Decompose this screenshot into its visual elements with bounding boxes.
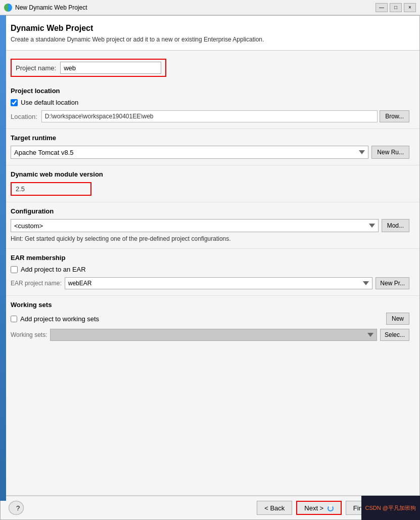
project-name-box: Project name: xyxy=(11,59,166,77)
working-sets-section: Working sets Add project to working sets… xyxy=(1,295,419,347)
select-working-sets-button[interactable]: Selec... xyxy=(380,329,409,341)
csdn-text: CSDN @平凡加班狗 xyxy=(365,504,416,512)
new-working-set-button[interactable]: New xyxy=(386,313,409,325)
working-sets-label: Working sets: xyxy=(11,331,47,338)
dialog: Dynamic Web Project Create a standalone … xyxy=(0,15,420,520)
ear-membership-section: EAR membership Add project to an EAR EAR… xyxy=(1,248,419,295)
app-icon xyxy=(4,4,12,12)
window-controls: — □ × xyxy=(376,3,416,12)
help-button[interactable]: ? xyxy=(9,501,24,515)
configuration-title: Configuration xyxy=(11,207,409,215)
loading-icon xyxy=(328,505,334,511)
project-name-label: Project name: xyxy=(16,64,56,72)
csdn-watermark: CSDN @平凡加班狗 xyxy=(361,496,420,520)
new-runtime-button[interactable]: New Ru... xyxy=(371,146,409,159)
ear-name-label: EAR project name: xyxy=(11,280,62,287)
modify-button[interactable]: Mod... xyxy=(382,219,409,232)
side-strip xyxy=(0,15,6,501)
ear-name-select[interactable]: webEAR xyxy=(65,277,373,289)
use-default-location-label[interactable]: Use default location xyxy=(21,99,78,106)
add-to-working-sets-label[interactable]: Add project to working sets xyxy=(20,315,99,323)
next-label: Next > xyxy=(304,504,323,512)
module-version-section: Dynamic web module version 2.5 xyxy=(1,165,419,202)
dialog-title: Dynamic Web Project xyxy=(11,24,409,33)
location-input[interactable] xyxy=(41,110,378,122)
location-row: Location: Brow... xyxy=(11,110,409,122)
project-location-section: Project location Use default location Lo… xyxy=(1,82,419,128)
module-version-title: Dynamic web module version xyxy=(11,170,409,178)
target-runtime-row: Apache Tomcat v8.5 New Ru... xyxy=(11,146,409,159)
dialog-description: Create a standalone Dynamic Web project … xyxy=(11,36,409,43)
title-bar-text: New Dynamic Web Project xyxy=(15,4,376,11)
target-runtime-title: Target runtime xyxy=(11,134,409,142)
configuration-row: <custom> Mod... xyxy=(11,219,409,232)
add-to-ear-row: Add project to an EAR xyxy=(11,266,409,273)
working-sets-select[interactable] xyxy=(50,329,377,341)
ear-name-row: EAR project name: webEAR New Pr... xyxy=(11,277,409,289)
use-default-location-row: Use default location xyxy=(11,99,409,106)
maximize-button[interactable]: □ xyxy=(390,3,402,12)
add-to-working-sets-checkbox[interactable] xyxy=(11,316,17,322)
use-default-location-checkbox[interactable] xyxy=(11,99,18,106)
add-to-ear-label[interactable]: Add project to an EAR xyxy=(21,266,86,273)
browse-button[interactable]: Brow... xyxy=(380,110,409,122)
dialog-header: Dynamic Web Project Create a standalone … xyxy=(1,16,419,51)
hint-text: Hint: Get started quickly by selecting o… xyxy=(11,235,409,242)
title-bar: New Dynamic Web Project — □ × xyxy=(0,0,420,15)
minimize-button[interactable]: — xyxy=(376,3,388,12)
new-project-button[interactable]: New Pr... xyxy=(376,277,409,289)
back-button[interactable]: < Back xyxy=(257,501,292,515)
project-name-input[interactable] xyxy=(60,62,161,74)
version-box: 2.5 xyxy=(11,182,91,196)
location-label: Location: xyxy=(11,113,37,120)
add-to-ear-checkbox[interactable] xyxy=(11,266,18,273)
configuration-select[interactable]: <custom> xyxy=(11,219,379,232)
working-sets-checkbox-row: Add project to working sets New xyxy=(11,313,409,325)
ear-membership-title: EAR membership xyxy=(11,254,409,262)
target-runtime-select[interactable]: Apache Tomcat v8.5 xyxy=(11,146,368,159)
next-button[interactable]: Next > xyxy=(296,501,342,515)
target-runtime-section: Target runtime Apache Tomcat v8.5 New Ru… xyxy=(1,128,419,165)
project-name-section: Project name: xyxy=(1,51,419,82)
configuration-section: Configuration <custom> Mod... Hint: Get … xyxy=(1,202,419,248)
working-sets-title: Working sets xyxy=(11,301,409,309)
close-button[interactable]: × xyxy=(404,3,416,12)
version-text: 2.5 xyxy=(16,185,25,193)
spacer xyxy=(1,347,419,387)
dialog-body: Project name: Project location Use defau… xyxy=(1,51,419,495)
dialog-footer: ? < Back Next > Finish Ca... xyxy=(1,495,419,519)
working-sets-select-row: Working sets: Selec... xyxy=(11,329,409,341)
project-location-title: Project location xyxy=(11,87,409,95)
